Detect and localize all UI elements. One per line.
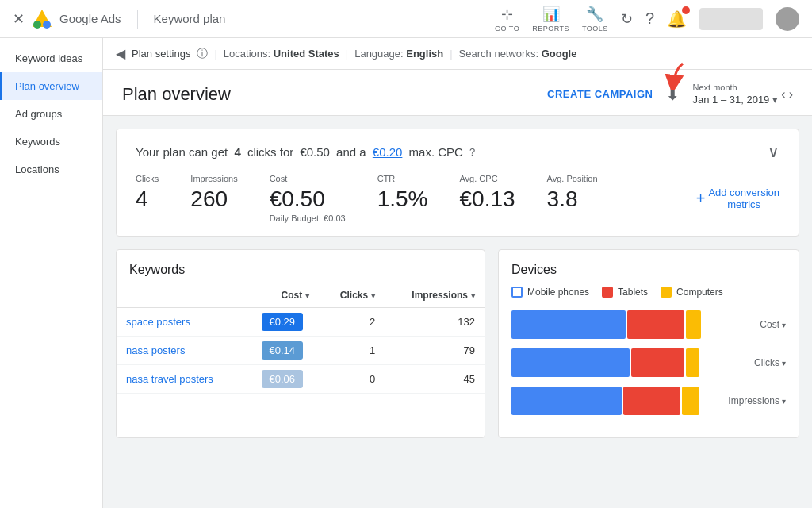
bar-label[interactable]: Impressions ▾ (728, 395, 786, 406)
cost-value: €0.50 (270, 187, 346, 212)
date-prev-icon[interactable]: ‹ (781, 87, 785, 102)
collapse-icon[interactable]: ∨ (768, 142, 779, 161)
clicks-cell: 0 (319, 365, 385, 394)
summary-cost: €0.50 (300, 145, 330, 159)
cost-cell: €0.06 (245, 365, 319, 394)
question-icon[interactable]: ? (469, 146, 475, 158)
reports-label: REPORTS (532, 25, 569, 33)
col-impressions[interactable]: Impressions ▾ (385, 283, 485, 308)
date-label: Next month (692, 83, 778, 92)
clicks-value: 4 (136, 187, 159, 212)
keywords-card-title: Keywords (117, 250, 485, 283)
metric-clicks: Clicks 4 (136, 174, 159, 212)
plan-overview-header: Plan overview CREATE CAMPAIGN ⬇ Next mon… (103, 70, 812, 116)
svg-point-1 (43, 21, 51, 29)
keyword-cell: nasa posters (117, 337, 245, 365)
mobile-bar-segment (511, 348, 630, 377)
table-row: space posters €0.29 2 132 (117, 308, 485, 337)
tools-label: TOOLS (582, 25, 608, 33)
keywords-table: Cost ▾ Clicks ▾ (117, 283, 485, 394)
summary-max-cpc-label: max. CPC (405, 145, 466, 159)
help-icon[interactable]: ? (645, 10, 654, 28)
refresh-icon[interactable]: ↻ (621, 10, 633, 28)
devices-legend: Mobile phones Tablets Computers (511, 287, 786, 298)
reports-icon: 📊 (542, 6, 560, 23)
goto-nav-item[interactable]: ⊹ GO TO (495, 6, 519, 33)
impressions-cell: 79 (385, 337, 485, 365)
keyword-cell: nasa travel posters (117, 365, 245, 394)
app-title: Google Ads (59, 12, 121, 25)
legend-computers: Computers (661, 287, 723, 298)
mobile-legend-label: Mobile phones (527, 287, 589, 298)
bar-dropdown-icon: ▾ (782, 359, 786, 368)
date-next-icon[interactable]: › (789, 87, 793, 102)
tools-nav-item[interactable]: 🔧 TOOLS (582, 6, 608, 33)
sidebar-item-locations[interactable]: Locations (0, 156, 102, 183)
daily-budget-label: Daily Budget: €0.03 (270, 214, 346, 223)
avg-cpc-value: €0.13 (459, 187, 515, 212)
tablets-bar-segment (623, 387, 680, 415)
computers-bar-segment (686, 310, 701, 339)
nav-left: ✕ Google Ads Keyword plan (13, 8, 225, 30)
date-range: Jan 1 – 31, 2019 (692, 94, 769, 106)
clicks-cell: 2 (319, 308, 385, 337)
close-icon[interactable]: ✕ (13, 10, 25, 28)
clicks-label: Clicks (136, 174, 159, 183)
sidebar-item-keyword-ideas[interactable]: Keyword ideas (0, 44, 102, 72)
col-cost[interactable]: Cost ▾ (245, 283, 319, 308)
cost-label: Cost (270, 174, 346, 183)
summary-prefix: Your plan can get (136, 145, 231, 159)
sidebar: Keyword ideas Plan overview Ad groups Ke… (0, 38, 103, 508)
computers-legend-icon (661, 287, 672, 298)
metrics-row: Clicks 4 Impressions 260 Cost €0.50 Dail… (136, 174, 779, 223)
account-selector[interactable] (699, 8, 763, 30)
sidebar-item-ad-groups[interactable]: Ad groups (0, 100, 102, 128)
settings-divider-3: | (450, 48, 452, 60)
create-campaign-button[interactable]: CREATE CAMPAIGN (547, 88, 653, 100)
bar-segments (511, 310, 753, 339)
bar-label[interactable]: Cost ▾ (760, 319, 786, 330)
col-clicks[interactable]: Clicks ▾ (319, 283, 385, 308)
date-selector: Next month Jan 1 – 31, 2019 ▾ ‹ › (692, 83, 793, 106)
avatar[interactable] (776, 7, 799, 31)
bar-segments (511, 348, 748, 377)
plan-settings-label: Plan settings (132, 48, 190, 60)
clicks-cell: 1 (319, 337, 385, 365)
reports-nav-item[interactable]: 📊 REPORTS (532, 6, 569, 33)
keyword-link[interactable]: nasa travel posters (126, 373, 213, 385)
keyword-link[interactable]: space posters (126, 316, 190, 328)
cost-sort-icon: ▾ (305, 291, 309, 300)
download-button[interactable]: ⬇ (665, 84, 680, 105)
metric-cost: Cost €0.50 Daily Budget: €0.03 (270, 174, 346, 223)
summary-and: and a (333, 145, 370, 159)
metric-impressions: Impressions 260 (190, 174, 237, 212)
info-icon[interactable]: ⓘ (197, 47, 208, 61)
sidebar-item-plan-overview[interactable]: Plan overview (0, 72, 102, 100)
devices-title: Devices (511, 263, 786, 277)
settings-divider-1: | (214, 48, 216, 60)
ctr-label: CTR (377, 174, 428, 183)
back-arrow-icon[interactable]: ◀ (116, 46, 125, 61)
metric-avg-position: Avg. Position 3.8 (547, 174, 598, 212)
download-icon: ⬇ (665, 84, 680, 104)
location-setting: Locations: United States (224, 48, 339, 60)
tablets-legend-label: Tablets (618, 287, 648, 298)
summary-card: Your plan can get 4 clicks for €0.50 and… (116, 129, 799, 237)
date-dropdown-icon[interactable]: ▾ (772, 94, 778, 106)
add-conversion-button[interactable]: + Add conversionmetrics (696, 187, 779, 210)
devices-bar-clicks: Clicks ▾ (511, 348, 786, 377)
svg-point-2 (33, 21, 41, 29)
notifications-button[interactable]: 🔔 (667, 10, 687, 29)
tablets-bar-segment (631, 348, 684, 377)
bottom-section: Keywords Cost ▾ (103, 249, 812, 451)
keyword-link[interactable]: nasa posters (126, 344, 185, 356)
bar-segments (511, 387, 722, 415)
table-row: nasa travel posters €0.06 0 45 (117, 365, 485, 394)
impressions-cell: 132 (385, 308, 485, 337)
plan-settings-bar: ◀ Plan settings ⓘ | Locations: United St… (103, 38, 812, 70)
summary-max-cpc-link[interactable]: €0.20 (373, 145, 403, 159)
impressions-value: 260 (190, 187, 237, 212)
cost-cell: €0.29 (245, 308, 319, 337)
bar-label[interactable]: Clicks ▾ (754, 357, 786, 368)
sidebar-item-keywords[interactable]: Keywords (0, 128, 102, 156)
